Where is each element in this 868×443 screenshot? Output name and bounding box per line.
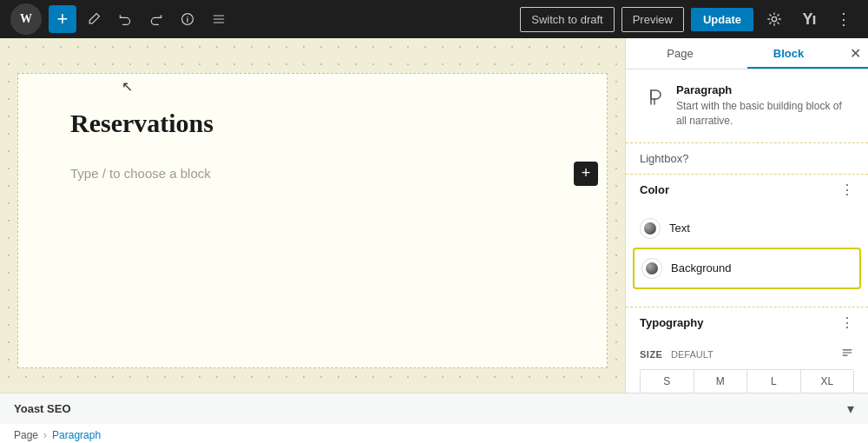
yoast-bar: Yoast SEO ▾ [0, 393, 868, 424]
editor-content[interactable]: Reservations Type / to choose a block + [17, 73, 608, 368]
size-text: SIZE [640, 349, 662, 360]
update-button[interactable]: Update [691, 8, 753, 31]
add-icon: + [582, 164, 591, 182]
paragraph-icon [643, 87, 664, 108]
gear-icon [766, 11, 782, 27]
bottom-bar: Yoast SEO ▾ Page › Paragraph [0, 394, 868, 443]
text-color-option[interactable]: Text [640, 213, 854, 244]
yoast-toggle-button[interactable]: ▾ [847, 400, 854, 417]
text-color-circle [640, 218, 661, 239]
block-placeholder[interactable]: Type / to choose a block + [70, 159, 555, 188]
color-section-header[interactable]: Color ⋮ [626, 175, 868, 206]
sidebar-close-button[interactable]: ✕ [843, 38, 868, 69]
background-color-highlighted[interactable]: Background [633, 248, 861, 289]
size-xl-button[interactable]: XL [801, 370, 854, 393]
tools-button[interactable] [80, 5, 108, 33]
tab-indicator [747, 67, 869, 69]
paragraph-block-icon [640, 83, 667, 111]
typography-section-title: Typography [640, 316, 703, 329]
typography-section-header[interactable]: Typography ⋮ [626, 307, 868, 339]
close-icon: ✕ [850, 46, 861, 61]
color-section-content: Text Background [626, 206, 868, 307]
breadcrumb-separator: › [43, 429, 47, 441]
size-controls-button[interactable] [840, 346, 854, 362]
editor-canvas[interactable]: ↖ Reservations Type / to choose a block … [0, 38, 625, 394]
size-l-button[interactable]: L [747, 370, 801, 393]
wp-logo-text: W [20, 12, 32, 26]
block-info-text: Paragraph Start with the basic building … [676, 83, 854, 129]
typography-menu-button[interactable]: ⋮ [840, 316, 854, 330]
breadcrumb-bar: Page › Paragraph [0, 424, 868, 444]
block-description: Start with the basic building block of a… [676, 99, 854, 129]
color-panel-section: Color ⋮ Text [626, 175, 868, 307]
add-block-toolbar-button[interactable]: + [49, 5, 76, 33]
redo-icon [149, 12, 163, 26]
list-icon [212, 12, 226, 26]
tab-page[interactable]: Page [626, 38, 734, 69]
color-section-title: Color [640, 183, 669, 196]
info-icon [181, 12, 194, 26]
main-area: ↖ Reservations Type / to choose a block … [0, 38, 868, 394]
background-color-swatch [646, 262, 658, 274]
size-label: SIZE DEFAULT [640, 347, 713, 360]
typography-section-content: SIZE DEFAULT S M [626, 339, 868, 394]
yoast-button[interactable]: Yı [795, 5, 823, 33]
color-menu-button[interactable]: ⋮ [840, 183, 854, 197]
size-buttons: S M L XL [640, 369, 854, 393]
settings-button[interactable] [760, 5, 788, 33]
size-default-text: DEFAULT [671, 349, 713, 360]
yoast-label: Yoast SEO [14, 402, 71, 415]
preview-button[interactable]: Preview [621, 7, 684, 32]
undo-icon [118, 12, 132, 26]
text-color-label: Text [669, 222, 690, 235]
sidebar: Page Block ✕ Paragraph Start wi [625, 38, 868, 394]
undo-button[interactable] [111, 5, 139, 33]
placeholder-text: Type / to choose a block [70, 166, 555, 181]
size-controls-icon [840, 346, 854, 360]
background-color-option[interactable]: Background [641, 253, 852, 284]
typography-panel-section: Typography ⋮ SIZE DEFAULT [626, 307, 868, 394]
toggle-down-icon: ▾ [847, 401, 854, 416]
size-s-button[interactable]: S [641, 370, 694, 393]
sidebar-content: Paragraph Start with the basic building … [626, 69, 868, 394]
size-label-row: SIZE DEFAULT [640, 346, 854, 362]
page-title: Reservations [70, 109, 555, 138]
lightbox-label: Lightbox? [640, 152, 688, 165]
text-color-swatch [644, 222, 656, 235]
add-block-button[interactable]: + [574, 162, 598, 186]
svg-point-2 [187, 17, 187, 17]
background-color-label: Background [671, 261, 731, 274]
main-toolbar: W + Switch to draft Pr [0, 0, 868, 38]
redo-button[interactable] [142, 5, 170, 33]
pencil-icon [87, 12, 101, 26]
toolbar-right: Switch to draft Preview Update Yı ⋮ [520, 5, 858, 33]
background-color-circle [641, 258, 662, 279]
details-button[interactable] [174, 5, 201, 33]
breadcrumb-page: Page [14, 429, 38, 441]
block-name: Paragraph [676, 83, 854, 96]
lightbox-section: Lightbox? [626, 143, 868, 175]
switch-to-draft-button[interactable]: Switch to draft [520, 7, 614, 32]
block-info: Paragraph Start with the basic building … [626, 69, 868, 143]
sidebar-tabs: Page Block ✕ [626, 38, 868, 69]
wp-logo[interactable]: W [10, 3, 42, 35]
list-view-button[interactable] [205, 5, 233, 33]
svg-point-6 [772, 17, 776, 21]
tab-block[interactable]: Block [734, 38, 843, 69]
size-m-button[interactable]: M [694, 370, 748, 393]
breadcrumb-paragraph: Paragraph [52, 429, 101, 441]
more-options-button[interactable]: ⋮ [830, 5, 858, 33]
